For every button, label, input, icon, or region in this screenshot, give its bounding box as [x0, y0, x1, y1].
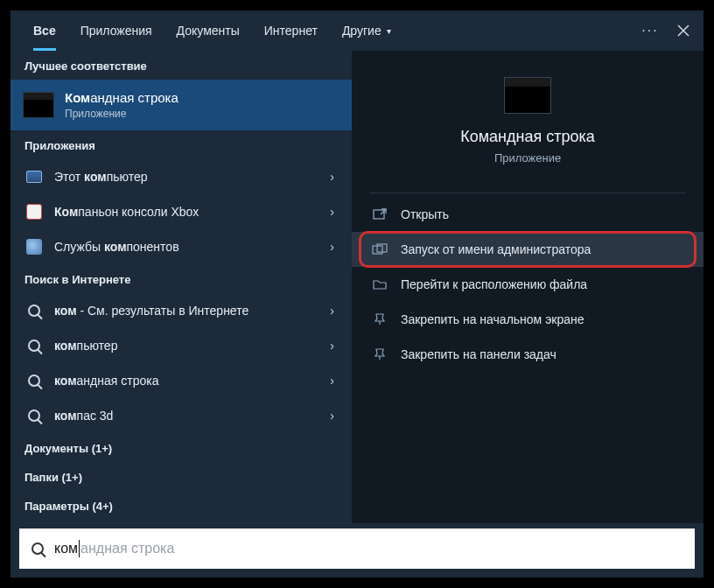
search-input[interactable]: командная строка [19, 528, 695, 569]
more-options-button[interactable]: ··· [637, 18, 663, 44]
tab-apps[interactable]: Приложения [68, 10, 164, 51]
folder-icon [371, 279, 388, 290]
filter-tabs: Все Приложения Документы Интернет Другие… [10, 10, 704, 51]
chevron-right-icon[interactable]: › [326, 374, 338, 388]
search-icon [32, 542, 44, 555]
preview-title: Командная строка [460, 128, 595, 146]
action-open-location[interactable]: Перейти к расположению файла [352, 267, 704, 302]
action-pin-start[interactable]: Закрепить на начальном экране [352, 302, 704, 337]
search-suggestion-ghost: андная строка [80, 541, 174, 556]
best-match-subtitle: Приложение [65, 108, 178, 120]
section-best-match: Лучшее соответствие [10, 51, 352, 80]
web-result[interactable]: командная строка › [10, 363, 352, 398]
search-icon [28, 340, 40, 352]
web-result[interactable]: компьютер › [10, 328, 352, 363]
preview-subtitle: Приложение [494, 151, 561, 164]
pin-icon [371, 348, 388, 360]
web-result[interactable]: компас 3d › [10, 398, 352, 433]
best-match-item[interactable]: Командная строка Приложение [10, 80, 352, 130]
chevron-down-icon: ▾ [387, 26, 391, 36]
action-pin-taskbar[interactable]: Закрепить на панели задач [352, 337, 704, 372]
section-documents[interactable]: Документы (1+) [10, 433, 352, 462]
web-result[interactable]: ком - См. результаты в Интернете › [10, 293, 352, 328]
tab-all[interactable]: Все [21, 10, 68, 51]
cmd-icon-large [504, 77, 551, 114]
search-icon [28, 304, 40, 317]
chevron-right-icon[interactable]: › [326, 170, 338, 184]
divider [369, 192, 686, 193]
start-search-window: Все Приложения Документы Интернет Другие… [10, 10, 704, 578]
open-icon [371, 208, 388, 220]
action-open[interactable]: Открыть [352, 197, 704, 232]
component-services-icon [26, 239, 42, 255]
preview-panel: Командная строка Приложение Открыть Запу… [352, 51, 704, 523]
chevron-right-icon[interactable]: › [326, 409, 338, 423]
section-apps: Приложения [10, 130, 352, 159]
app-result-xbox[interactable]: Компаньон консоли Xbox › [10, 194, 352, 229]
close-button[interactable] [670, 18, 696, 44]
chevron-right-icon[interactable]: › [326, 205, 338, 219]
section-folders[interactable]: Папки (1+) [10, 462, 352, 491]
xbox-icon [26, 204, 42, 220]
app-result-services[interactable]: Службы компонентов › [10, 229, 352, 264]
action-run-as-admin[interactable]: Запуск от имени администратора [352, 232, 704, 267]
svg-rect-0 [374, 210, 384, 219]
app-result-this-pc[interactable]: Этот компьютер › [10, 159, 352, 194]
results-panel: Лучшее соответствие Командная строка При… [10, 51, 352, 523]
section-web: Поиск в Интернете [10, 264, 352, 293]
pc-icon [26, 171, 42, 183]
section-settings[interactable]: Параметры (4+) [10, 491, 352, 520]
tab-web[interactable]: Интернет [252, 10, 330, 51]
search-icon [28, 410, 40, 422]
chevron-right-icon[interactable]: › [326, 339, 338, 353]
admin-icon [371, 243, 388, 256]
search-typed-text: ком [54, 541, 78, 556]
text-cursor [79, 540, 80, 557]
tab-more[interactable]: Другие▾ [330, 10, 403, 51]
chevron-right-icon[interactable]: › [326, 304, 338, 318]
pin-icon [371, 313, 388, 326]
best-match-title: Командная строка [65, 90, 178, 106]
search-icon [28, 374, 40, 387]
tab-documents[interactable]: Документы [164, 10, 252, 51]
cmd-icon [23, 92, 54, 118]
chevron-right-icon[interactable]: › [326, 240, 338, 254]
